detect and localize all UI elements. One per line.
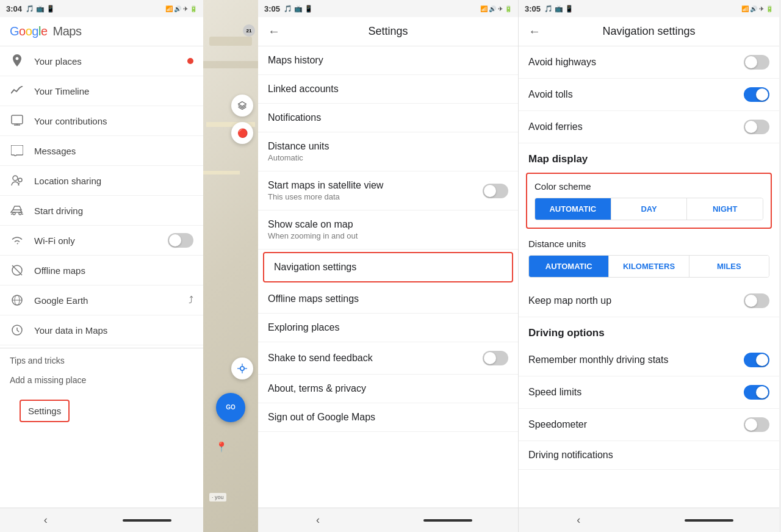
shake-toggle[interactable]	[483, 351, 508, 365]
speed-limits-item[interactable]: Speed limits	[519, 376, 779, 409]
svg-point-13	[240, 367, 244, 370]
timeline-label: Your Timeline	[34, 86, 193, 96]
location-sharing-icon	[10, 173, 24, 188]
dist-miles-label: MILES	[717, 262, 741, 271]
nav-item-wifi-only[interactable]: Wi-Fi only	[0, 226, 203, 256]
distance-units-sub: Automatic	[268, 153, 508, 162]
avoid-tolls-item[interactable]: Avoid tolls	[519, 79, 779, 111]
exploring-places-title: Exploring places	[268, 322, 339, 333]
dist-km-btn[interactable]: KILOMETERS	[609, 256, 689, 277]
home-indicator-3	[423, 519, 472, 522]
compass-btn[interactable]: 🔴	[231, 122, 253, 144]
settings-distance-units[interactable]: Distance units Automatic	[258, 132, 518, 171]
back-nav-btn-3[interactable]: ‹	[304, 509, 332, 531]
google-maps-logo: Google Maps	[10, 24, 81, 38]
keep-north-toggle[interactable]	[744, 293, 769, 308]
settings-satellite-view[interactable]: Start maps in satellite view This uses m…	[258, 171, 518, 210]
avoid-ferries-label: Avoid ferries	[528, 121, 583, 132]
settings-show-scale[interactable]: Show scale on map When zooming in and ou…	[258, 210, 518, 250]
settings-linked-accounts[interactable]: Linked accounts	[258, 75, 518, 104]
driving-stats-label: Remember monthly driving stats	[528, 354, 668, 365]
nav-item-location-sharing[interactable]: Location sharing	[0, 166, 203, 196]
wifi-only-label: Wi-Fi only	[34, 235, 168, 246]
nav-item-contributions[interactable]: Your contributions	[0, 106, 203, 136]
settings-notifications[interactable]: Notifications	[258, 104, 518, 132]
driving-options-header: Driving options	[519, 317, 779, 344]
dist-automatic-btn[interactable]: AUTOMATIC	[529, 256, 609, 277]
layers-btn[interactable]	[231, 95, 253, 117]
settings-maps-history[interactable]: Maps history	[258, 46, 518, 75]
nav-settings-back-btn[interactable]: ←	[528, 24, 541, 38]
map-display-header: Map display	[519, 143, 779, 170]
nav-item-your-places[interactable]: Your places	[0, 46, 203, 76]
nav-item-start-driving[interactable]: Start driving	[0, 196, 203, 226]
linked-accounts-title: Linked accounts	[268, 84, 339, 95]
distance-units-title: Distance units	[268, 141, 329, 152]
settings-navigation[interactable]: Navigation settings	[264, 253, 512, 281]
color-scheme-label: Color scheme	[534, 181, 763, 192]
nav-tips[interactable]: Tips and tricks	[0, 351, 203, 370]
settings-back-btn[interactable]: ←	[268, 24, 280, 38]
distance-units-section-label: Distance units	[528, 239, 769, 249]
nav-item-timeline[interactable]: Your Timeline	[0, 76, 203, 106]
settings-exploring-places[interactable]: Exploring places	[258, 314, 518, 342]
settings-navigation-highlighted[interactable]: Navigation settings	[263, 252, 513, 282]
home-indicator-1	[123, 519, 171, 522]
settings-about[interactable]: About, terms & privacy	[258, 375, 518, 403]
settings-button[interactable]: Settings	[20, 400, 70, 422]
nav-divider-1	[0, 348, 203, 348]
driving-stats-toggle[interactable]	[744, 353, 769, 367]
settings-offline-maps[interactable]: Offline maps settings	[258, 285, 518, 314]
svg-point-5	[13, 212, 15, 215]
svg-point-6	[19, 212, 21, 215]
keep-north-item[interactable]: Keep map north up	[519, 285, 779, 317]
nav-add-place[interactable]: Add a missing place	[0, 370, 203, 390]
map-pin: 📍	[215, 441, 228, 453]
avoid-highways-item[interactable]: Avoid highways	[519, 46, 779, 79]
driving-stats-item[interactable]: Remember monthly driving stats	[519, 344, 779, 376]
time-1: 3:04	[6, 4, 22, 13]
avoid-highways-label: Avoid highways	[528, 57, 596, 68]
wifi-toggle[interactable]	[168, 233, 193, 248]
location-btn[interactable]	[231, 358, 253, 379]
speed-limits-toggle[interactable]	[744, 385, 769, 400]
distance-btn-group: AUTOMATIC KILOMETERS MILES	[528, 255, 769, 278]
home-indicator-4	[685, 519, 733, 522]
maps-header: Google Maps	[0, 17, 203, 46]
color-night-btn[interactable]: NIGHT	[687, 198, 763, 220]
settings-sign-out[interactable]: Sign out of Google Maps	[258, 403, 518, 432]
back-nav-btn-4[interactable]: ‹	[564, 509, 592, 531]
start-driving-icon	[10, 203, 24, 218]
avoid-ferries-item[interactable]: Avoid ferries	[519, 111, 779, 143]
color-day-btn[interactable]: DAY	[611, 198, 688, 220]
avoid-highways-toggle[interactable]	[744, 55, 769, 70]
settings-shake-feedback[interactable]: Shake to send feedback	[258, 342, 518, 375]
back-nav-btn[interactable]: ‹	[32, 509, 60, 531]
nav-item-your-data[interactable]: Your data in Maps	[0, 315, 203, 345]
speedometer-toggle[interactable]	[744, 417, 769, 432]
show-scale-sub: When zooming in and out	[268, 231, 358, 240]
your-places-label: Your places	[34, 56, 187, 66]
status-icons-1: 📶 🔊 ✈ 🔋	[165, 5, 197, 12]
google-earth-label: Google Earth	[34, 295, 189, 306]
data-icon	[10, 323, 24, 337]
avoid-ferries-toggle[interactable]	[744, 120, 769, 134]
show-scale-title: Show scale on map	[268, 219, 358, 230]
map-label: · you	[209, 493, 226, 501]
satellite-toggle[interactable]	[483, 184, 508, 198]
go-button[interactable]: GO	[216, 393, 245, 422]
avoid-tolls-toggle[interactable]	[744, 87, 769, 102]
speedometer-item[interactable]: Speedometer	[519, 409, 779, 441]
maps-history-title: Maps history	[268, 55, 323, 66]
driving-notifications-item[interactable]: Driving notifications	[519, 441, 779, 470]
color-night-label: NIGHT	[713, 204, 737, 214]
avoid-tolls-label: Avoid tolls	[528, 89, 573, 100]
nav-item-messages[interactable]: Messages	[0, 136, 203, 166]
offline-maps-icon	[10, 263, 24, 278]
color-automatic-btn[interactable]: AUTOMATIC	[535, 198, 611, 220]
notifications-title: Notifications	[268, 112, 321, 123]
nav-item-google-earth[interactable]: Google Earth ⤴	[0, 286, 203, 315]
navigation-settings-title: Navigation settings	[274, 262, 356, 273]
dist-miles-btn[interactable]: MILES	[689, 256, 769, 277]
nav-item-offline-maps[interactable]: Offline maps	[0, 256, 203, 286]
